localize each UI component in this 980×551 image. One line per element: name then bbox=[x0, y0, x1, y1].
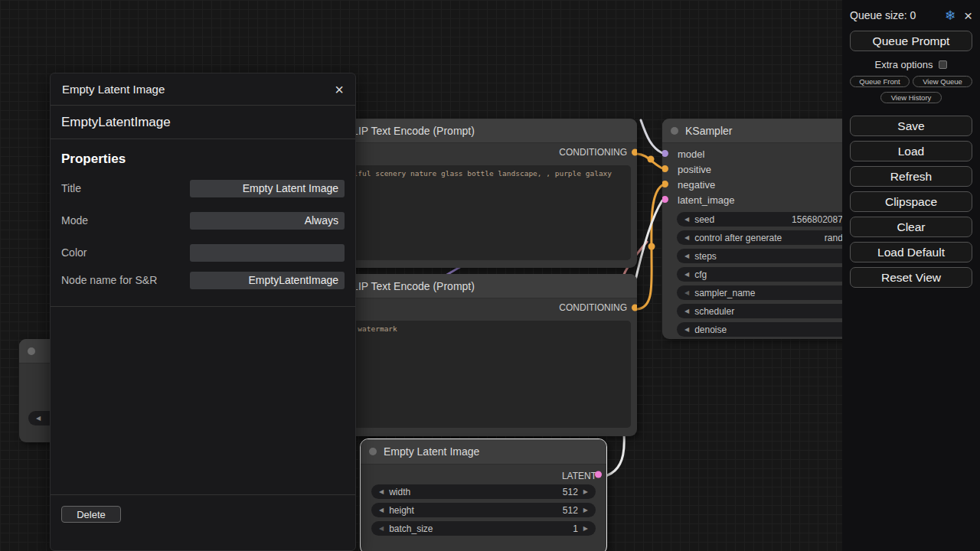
save-button[interactable]: Save bbox=[850, 116, 972, 136]
node-header[interactable]: KSampler bbox=[662, 119, 854, 143]
input-label: positive bbox=[678, 164, 711, 175]
arrow-left-icon[interactable]: ◀ bbox=[684, 272, 689, 278]
input-label: model bbox=[678, 148, 704, 160]
ksampler-node[interactable]: KSampler model positive negative latent_… bbox=[662, 119, 854, 339]
view-history-button[interactable]: View History bbox=[880, 92, 942, 103]
reset-view-button[interactable]: Reset View bbox=[850, 267, 972, 288]
prompt-textarea[interactable]: beautiful scenery nature glass bottle la… bbox=[328, 165, 631, 260]
clear-button[interactable]: Clear bbox=[850, 217, 972, 237]
node-header[interactable]: CLIP Text Encode (Prompt) bbox=[322, 274, 637, 298]
property-label: Title bbox=[61, 182, 190, 194]
output-slot: CONDITIONING bbox=[322, 143, 637, 161]
properties-heading: Properties bbox=[61, 152, 345, 167]
title-field[interactable]: Empty Latent Image bbox=[190, 180, 345, 197]
property-row-color: Color bbox=[61, 243, 345, 262]
input-slot-latent-image: latent_image bbox=[662, 192, 854, 207]
height-widget[interactable]: ◀ height 512 ▶ bbox=[371, 503, 596, 517]
output-label: LATENT bbox=[562, 471, 596, 481]
output-label: CONDITIONING bbox=[559, 302, 627, 313]
seed-widget[interactable]: ◀ seed 1566802087 ▶ bbox=[677, 212, 854, 227]
property-row-sr-name: Node name for S&R EmptyLatentImage bbox=[61, 271, 345, 289]
cfg-widget[interactable]: ◀ cfg bbox=[677, 267, 854, 282]
arrow-left-icon[interactable]: ◀ bbox=[684, 253, 689, 259]
arrow-left-icon[interactable]: ◀ bbox=[684, 290, 689, 296]
arrow-right-icon[interactable]: ▶ bbox=[583, 507, 588, 514]
node-header[interactable]: CLIP Text Encode (Prompt) bbox=[322, 119, 637, 143]
collapse-dot[interactable] bbox=[28, 347, 35, 355]
arrow-left-icon[interactable]: ◀ bbox=[379, 507, 384, 514]
empty-latent-image-node[interactable]: Empty Latent Image LATENT ◀ width 512 ▶ … bbox=[360, 439, 607, 551]
scheduler-widget[interactable]: ◀ scheduler bbox=[677, 304, 854, 318]
mode-field[interactable]: Always bbox=[190, 212, 345, 230]
property-label: Node name for S&R bbox=[61, 274, 190, 286]
queue-size-label: Queue size: 0 bbox=[850, 9, 916, 21]
delete-button[interactable]: Delete bbox=[61, 506, 121, 523]
arrow-right-icon[interactable]: ▶ bbox=[583, 526, 588, 532]
color-field[interactable] bbox=[190, 244, 345, 262]
output-label: CONDITIONING bbox=[559, 147, 627, 158]
load-default-button[interactable]: Load Default bbox=[850, 242, 972, 262]
comfy-menu: Queue size: 0 ❄ × Queue Prompt Extra opt… bbox=[842, 0, 980, 551]
queue-front-button[interactable]: Queue Front bbox=[850, 76, 910, 87]
refresh-button[interactable]: Refresh bbox=[850, 166, 972, 187]
dialog-title: Empty Latent Image bbox=[62, 83, 165, 96]
property-label: Mode bbox=[61, 214, 190, 227]
prompt-textarea[interactable]: text, watermark bbox=[328, 321, 631, 428]
clip-text-encode-positive-node[interactable]: CLIP Text Encode (Prompt) CONDITIONING b… bbox=[322, 119, 637, 268]
snowflake-icon[interactable]: ❄ bbox=[945, 8, 956, 24]
node-properties-dialog: Empty Latent Image × EmptyLatentImage Pr… bbox=[50, 73, 356, 551]
arrow-left-icon[interactable]: ◀ bbox=[684, 217, 689, 223]
close-icon[interactable]: × bbox=[964, 8, 972, 23]
sampler-name-widget[interactable]: ◀ sampler_name bbox=[677, 285, 854, 300]
positive-port[interactable] bbox=[662, 165, 668, 172]
latent-port[interactable] bbox=[595, 471, 602, 478]
node-title: KSampler bbox=[685, 125, 732, 137]
conditioning-port[interactable] bbox=[632, 305, 637, 311]
arrow-left-icon[interactable]: ◀ bbox=[36, 416, 41, 422]
close-icon[interactable]: × bbox=[335, 82, 344, 97]
negative-port[interactable] bbox=[662, 181, 668, 187]
clip-text-encode-negative-node[interactable]: CLIP Text Encode (Prompt) CONDITIONING t… bbox=[322, 274, 637, 436]
load-button[interactable]: Load bbox=[850, 141, 972, 161]
node-title: CLIP Text Encode (Prompt) bbox=[345, 280, 475, 292]
node-title: CLIP Text Encode (Prompt) bbox=[345, 125, 475, 137]
arrow-left-icon[interactable]: ◀ bbox=[684, 308, 689, 315]
input-slot-negative: negative bbox=[662, 177, 854, 192]
steps-widget[interactable]: ◀ steps bbox=[677, 249, 854, 263]
queue-prompt-button[interactable]: Queue Prompt bbox=[850, 31, 972, 51]
extra-options-label: Extra options bbox=[875, 59, 933, 70]
arrow-left-icon[interactable]: ◀ bbox=[684, 235, 689, 241]
output-slot: CONDITIONING bbox=[322, 298, 637, 317]
clipspace-button[interactable]: Clipspace bbox=[850, 191, 972, 212]
model-port[interactable] bbox=[662, 150, 668, 157]
control-after-generate-widget[interactable]: ◀ control after generate rand ▶ bbox=[677, 230, 854, 245]
node-header[interactable]: Empty Latent Image bbox=[361, 439, 606, 465]
arrow-left-icon[interactable]: ◀ bbox=[379, 526, 384, 532]
property-label: Color bbox=[61, 246, 190, 259]
input-label: latent_image bbox=[678, 194, 734, 206]
batch-size-widget[interactable]: ◀ batch_size 1 ▶ bbox=[371, 521, 596, 536]
latent-image-port[interactable] bbox=[662, 196, 668, 203]
width-widget[interactable]: ◀ width 512 ▶ bbox=[371, 484, 596, 499]
input-slot-model: model bbox=[662, 146, 854, 161]
property-row-mode: Mode Always bbox=[61, 211, 345, 230]
node-title: Empty Latent Image bbox=[384, 445, 479, 458]
denoise-widget[interactable]: ◀ denoise bbox=[677, 322, 854, 337]
extra-options-checkbox[interactable] bbox=[939, 60, 947, 69]
sr-name-field[interactable]: EmptyLatentImage bbox=[190, 272, 345, 289]
arrow-right-icon[interactable]: ▶ bbox=[583, 489, 588, 495]
conditioning-port[interactable] bbox=[632, 149, 637, 156]
view-queue-button[interactable]: View Queue bbox=[913, 76, 972, 87]
arrow-left-icon[interactable]: ◀ bbox=[684, 327, 689, 333]
collapse-dot[interactable] bbox=[369, 448, 377, 455]
property-row-title: Title Empty Latent Image bbox=[61, 179, 345, 197]
input-label: negative bbox=[678, 179, 715, 191]
collapse-dot[interactable] bbox=[671, 127, 678, 135]
arrow-left-icon[interactable]: ◀ bbox=[379, 489, 384, 495]
node-type-name: EmptyLatentImage bbox=[51, 106, 355, 139]
input-slot-positive: positive bbox=[662, 161, 854, 177]
output-slot: LATENT bbox=[361, 465, 606, 484]
